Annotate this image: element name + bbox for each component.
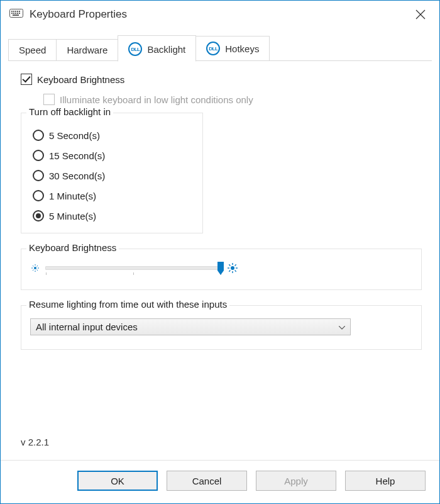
keyboard-properties-dialog: Keyboard Properties Speed Hardware D LL … bbox=[0, 0, 440, 504]
resume-lighting-legend: Resume lighting from time out with these… bbox=[26, 299, 229, 310]
version-label: v 2.2.1 bbox=[21, 437, 422, 447]
dell-icon: D LL bbox=[206, 42, 220, 55]
svg-line-22 bbox=[33, 270, 33, 271]
tab-label: Hardware bbox=[67, 45, 107, 55]
svg-rect-8 bbox=[15, 13, 16, 14]
timeout-groupbox: Turn off backlight in 5 Second(s) 15 Sec… bbox=[21, 113, 203, 233]
brightness-slider-legend: Keyboard Brightness bbox=[26, 242, 119, 253]
lowlight-checkbox bbox=[43, 94, 55, 105]
close-button[interactable] bbox=[407, 3, 434, 26]
tab-content-backlight: Keyboard Brightness Illuminate keyboard … bbox=[1, 61, 439, 460]
svg-line-31 bbox=[229, 271, 230, 272]
svg-rect-6 bbox=[11, 13, 13, 14]
timeout-option-15s[interactable]: 15 Second(s) bbox=[33, 150, 191, 161]
svg-point-23 bbox=[231, 266, 234, 270]
help-button[interactable]: Help bbox=[345, 471, 426, 491]
keyboard-icon bbox=[9, 9, 23, 20]
radio-icon bbox=[33, 150, 44, 161]
svg-rect-2 bbox=[13, 11, 14, 12]
svg-line-28 bbox=[229, 264, 230, 266]
resume-lighting-groupbox: Resume lighting from time out with these… bbox=[21, 305, 422, 350]
brightness-low-icon bbox=[31, 264, 39, 272]
svg-line-19 bbox=[33, 266, 33, 266]
tab-label: Speed bbox=[19, 45, 46, 55]
keyboard-brightness-row: Keyboard Brightness bbox=[21, 74, 422, 85]
ok-button[interactable]: OK bbox=[77, 471, 158, 491]
tab-hardware[interactable]: Hardware bbox=[56, 39, 118, 61]
dialog-button-row: OK Cancel Apply Help bbox=[1, 460, 439, 503]
tab-label: Backlight bbox=[147, 44, 185, 55]
tab-speed[interactable]: Speed bbox=[8, 39, 57, 61]
svg-rect-3 bbox=[15, 11, 16, 12]
button-label: Cancel bbox=[192, 476, 222, 486]
svg-rect-1 bbox=[11, 11, 13, 12]
svg-rect-10 bbox=[19, 13, 20, 14]
tab-backlight[interactable]: D LL Backlight bbox=[118, 35, 196, 62]
close-icon bbox=[415, 9, 426, 20]
radio-label: 5 Second(s) bbox=[49, 130, 100, 141]
svg-line-29 bbox=[235, 271, 236, 272]
lowlight-label: Illuminate keyboard in low light conditi… bbox=[60, 94, 253, 105]
keyboard-brightness-checkbox[interactable] bbox=[21, 74, 32, 85]
title-bar: Keyboard Properties bbox=[1, 1, 439, 28]
brightness-slider[interactable] bbox=[45, 266, 221, 270]
svg-rect-7 bbox=[13, 13, 14, 14]
dropdown-value: All internal input devices bbox=[36, 322, 138, 332]
radio-icon bbox=[33, 170, 44, 181]
timeout-option-5m[interactable]: 5 Minute(s) bbox=[33, 210, 191, 221]
svg-rect-11 bbox=[13, 14, 19, 16]
timeout-option-1m[interactable]: 1 Minute(s) bbox=[33, 190, 191, 201]
radio-label: 15 Second(s) bbox=[49, 150, 105, 161]
window-title: Keyboard Properties bbox=[30, 8, 127, 21]
button-label: Help bbox=[376, 476, 395, 486]
timeout-option-5s[interactable]: 5 Second(s) bbox=[33, 130, 191, 141]
radio-icon bbox=[33, 130, 44, 141]
tab-hotkeys[interactable]: D LL Hotkeys bbox=[195, 36, 270, 61]
resume-input-dropdown[interactable]: All internal input devices bbox=[30, 318, 351, 335]
tab-label: Hotkeys bbox=[225, 43, 259, 54]
tab-row: Speed Hardware D LL Backlight D LL Hotke… bbox=[1, 28, 439, 61]
timeout-option-30s[interactable]: 30 Second(s) bbox=[33, 170, 191, 181]
radio-icon bbox=[33, 210, 44, 221]
svg-rect-5 bbox=[19, 11, 20, 12]
dell-icon: D LL bbox=[128, 42, 142, 56]
chevron-down-icon bbox=[339, 323, 345, 331]
svg-line-20 bbox=[37, 270, 38, 271]
svg-line-21 bbox=[37, 266, 38, 266]
radio-label: 1 Minute(s) bbox=[49, 191, 96, 201]
radio-label: 30 Second(s) bbox=[49, 171, 105, 181]
slider-thumb[interactable] bbox=[217, 262, 224, 275]
lowlight-row: Illuminate keyboard in low light conditi… bbox=[43, 94, 422, 105]
button-label: OK bbox=[111, 476, 124, 486]
radio-label: 5 Minute(s) bbox=[49, 211, 96, 221]
svg-line-30 bbox=[235, 264, 236, 266]
keyboard-brightness-label: Keyboard Brightness bbox=[37, 74, 124, 85]
button-label: Apply bbox=[284, 476, 308, 486]
brightness-high-icon bbox=[228, 263, 238, 273]
apply-button: Apply bbox=[256, 471, 336, 491]
radio-icon bbox=[33, 190, 44, 201]
svg-rect-4 bbox=[17, 11, 18, 12]
brightness-slider-groupbox: Keyboard Brightness bbox=[21, 249, 422, 290]
svg-point-14 bbox=[34, 267, 36, 269]
timeout-legend: Turn off backlight in bbox=[26, 106, 113, 117]
svg-rect-9 bbox=[17, 13, 18, 14]
cancel-button[interactable]: Cancel bbox=[167, 471, 247, 491]
